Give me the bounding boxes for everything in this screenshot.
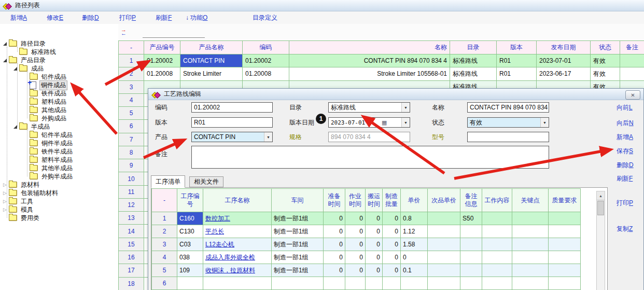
column-header[interactable]: 准备时间 xyxy=(324,189,345,212)
table-cell[interactable]: S50 xyxy=(460,212,482,225)
table-cell[interactable] xyxy=(345,277,366,290)
row-number[interactable]: 8 xyxy=(119,146,144,159)
table-cell[interactable]: 01.20002 xyxy=(243,54,289,67)
column-header[interactable]: 工作内容 xyxy=(482,189,512,212)
tree-item[interactable]: 铁件半成品 xyxy=(0,147,118,156)
table-cell[interactable]: 0 xyxy=(366,238,383,251)
column-header[interactable]: 单价 xyxy=(401,189,428,212)
tab-related-files[interactable]: 相关文件 xyxy=(189,176,223,187)
column-header[interactable]: 搬运时间 xyxy=(366,189,383,212)
table-cell[interactable] xyxy=(428,264,460,277)
tree-item[interactable]: 其他成品 xyxy=(0,106,118,114)
tree-item[interactable]: ▷包装辅助材料 xyxy=(0,189,118,197)
table-cell[interactable] xyxy=(482,238,512,251)
row-number[interactable]: 7 xyxy=(119,133,144,146)
row-number[interactable]: 15 xyxy=(119,238,144,251)
dialog-button-copy[interactable]: 复制Z xyxy=(617,225,641,233)
tree-item[interactable]: 铜件成品 xyxy=(0,81,118,89)
tree-item[interactable]: 费用类 xyxy=(0,214,118,222)
table-cell[interactable]: 制造一部1组 xyxy=(272,251,324,264)
table-cell[interactable] xyxy=(428,212,460,225)
dialog-button-refresh[interactable]: 刷新F xyxy=(617,174,641,183)
swap-arrows-icon[interactable]: →← xyxy=(121,28,129,35)
table-cell[interactable] xyxy=(272,277,324,290)
table-cell[interactable]: 0 xyxy=(383,212,401,225)
table-cell[interactable]: 01.20002 xyxy=(144,54,180,67)
table-cell[interactable] xyxy=(366,277,383,290)
table-cell[interactable] xyxy=(549,264,581,277)
table-cell[interactable]: 0 xyxy=(401,251,428,264)
column-header[interactable]: 制造批量 xyxy=(383,189,401,212)
row-number[interactable]: 2 xyxy=(119,67,144,80)
tree-item[interactable]: 产品目录 xyxy=(0,56,118,64)
table-cell[interactable]: 有效 xyxy=(591,67,620,80)
table-cell[interactable]: 109 xyxy=(177,264,203,277)
column-header[interactable]: 关键点 xyxy=(512,189,549,212)
dialog-button-delete[interactable]: 删除D xyxy=(617,161,641,169)
table-cell[interactable]: 制造一部1组 xyxy=(272,225,324,238)
table-cell[interactable] xyxy=(428,277,460,290)
chevron-down-icon[interactable]: ▼ xyxy=(401,103,410,112)
tree-item[interactable]: 塑料半成品 xyxy=(0,156,118,164)
row-number[interactable]: 4 xyxy=(152,251,177,264)
table-cell[interactable] xyxy=(460,277,482,290)
expand-toggle-icon[interactable] xyxy=(3,42,7,46)
row-number[interactable]: 6 xyxy=(152,277,177,290)
scroll-up-icon[interactable]: ▲ xyxy=(597,191,605,200)
column-header[interactable]: 工序名称 xyxy=(203,189,272,212)
table-cell[interactable]: 0 xyxy=(383,238,401,251)
table-cell[interactable]: 0 xyxy=(324,264,345,277)
chevron-down-icon[interactable]: ▼ xyxy=(264,132,272,142)
table-cell[interactable]: 0 xyxy=(366,225,383,238)
table-cell[interactable] xyxy=(428,225,460,238)
table-cell[interactable] xyxy=(512,264,549,277)
column-header[interactable]: 产品编号 xyxy=(144,41,180,54)
table-cell[interactable]: 038 xyxy=(177,251,203,264)
dialog-button-save[interactable]: 保存S xyxy=(617,147,641,155)
calendar-icon[interactable]: ▦ xyxy=(382,119,387,126)
tree-item[interactable]: 铝件半成品 xyxy=(0,131,118,139)
table-cell[interactable] xyxy=(482,264,512,277)
table-cell[interactable]: 0 xyxy=(345,251,366,264)
table-cell[interactable]: 0 xyxy=(324,225,345,238)
row-number[interactable]: 14 xyxy=(119,225,144,238)
tree-item[interactable]: 其他半成品 xyxy=(0,164,118,172)
table-cell[interactable]: 0 xyxy=(324,238,345,251)
column-header[interactable]: - xyxy=(152,189,177,212)
toolbar-button-print[interactable]: 打印P xyxy=(119,13,136,22)
table-cell[interactable] xyxy=(512,277,549,290)
table-cell[interactable]: 0 xyxy=(383,264,401,277)
table-cell[interactable] xyxy=(460,264,482,277)
table-cell[interactable] xyxy=(549,251,581,264)
expand-toggle-icon[interactable] xyxy=(13,67,17,71)
expand-toggle-icon[interactable]: ▷ xyxy=(3,199,9,204)
field-status-combo[interactable]: 有效 ▼ xyxy=(467,117,549,128)
table-cell[interactable]: Stroke Limiter 105568-01 xyxy=(289,67,450,80)
table-cell[interactable]: 0 xyxy=(345,212,366,225)
table-cell[interactable]: Stroke Limiter xyxy=(180,67,243,80)
table-cell[interactable]: C03 xyxy=(177,238,203,251)
column-header[interactable]: 备注 xyxy=(620,41,644,54)
tree-item[interactable]: ▷原材料 xyxy=(0,181,118,189)
field-code[interactable]: 01.20002 xyxy=(191,102,273,113)
table-cell[interactable]: 制造一部1组 xyxy=(272,264,324,277)
table-cell[interactable]: 0 xyxy=(345,238,366,251)
tree-item[interactable]: 铁件成品 xyxy=(0,89,118,98)
field-name[interactable]: CONTACT PIN 894 070 834 4 xyxy=(467,102,549,113)
table-cell[interactable]: 0 xyxy=(345,225,366,238)
column-header[interactable]: 工序编号 xyxy=(177,189,203,212)
field-product-combo[interactable]: CONTACT PIN ▼ xyxy=(191,132,273,142)
table-cell[interactable]: 标准路线 xyxy=(450,54,497,67)
chevron-down-icon[interactable]: ▼ xyxy=(540,118,549,127)
tree-item[interactable]: 铜件半成品 xyxy=(0,139,118,147)
table-cell[interactable]: L12走心机 xyxy=(203,238,272,251)
tree-item[interactable]: ▷模具 xyxy=(0,205,118,214)
row-number[interactable]: 16 xyxy=(119,251,144,264)
table-cell[interactable] xyxy=(512,251,549,264)
tree-item[interactable]: 半成品 xyxy=(0,122,118,131)
toolbar-button-functions[interactable]: ↓功能O xyxy=(186,13,207,22)
tree-item[interactable]: 成品 xyxy=(0,64,118,73)
column-header[interactable]: 发布日期 xyxy=(537,41,591,54)
table-cell[interactable] xyxy=(549,238,581,251)
row-number[interactable]: 1 xyxy=(152,212,177,225)
